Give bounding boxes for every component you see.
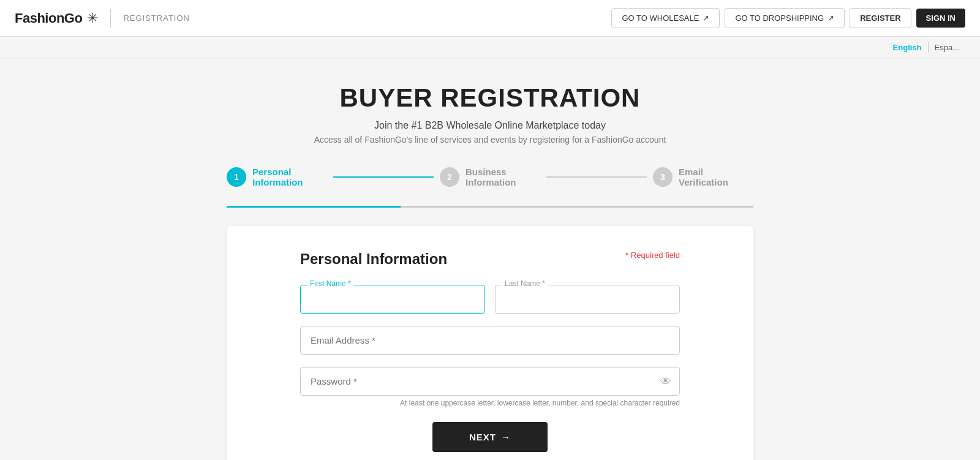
step-2-circle: 2	[440, 167, 459, 187]
header-nav: GO TO WHOLESALE ↗ GO TO DROPSHIPPING ↗ R…	[611, 8, 965, 28]
header-registration-label: REGISTRATION	[123, 13, 190, 23]
steps-wrapper: 1 Personal Information 2 Business Inform…	[227, 167, 753, 208]
required-text: Required field	[631, 251, 680, 260]
last-name-label: Last Name *	[502, 279, 548, 288]
step-1-circle: 1	[227, 167, 246, 187]
next-label: NEXT	[469, 432, 496, 442]
password-wrapper: 👁	[300, 367, 680, 396]
logo-text: FashionGo	[15, 10, 82, 26]
form-header: Personal Information * Required field	[300, 251, 680, 268]
form-title: Personal Information	[300, 251, 447, 268]
step-1-number: 1	[234, 172, 239, 182]
first-name-field: First Name *	[300, 285, 485, 314]
hero-title: BUYER REGISTRATION	[227, 83, 753, 113]
step-2-label: Business Information	[466, 167, 540, 187]
required-asterisk: *	[625, 251, 631, 260]
sign-in-button[interactable]: SIGN IN	[916, 9, 965, 28]
last-name-input[interactable]	[495, 285, 680, 314]
logo[interactable]: FashionGo ✳	[15, 10, 98, 26]
first-name-label: First Name *	[307, 279, 353, 288]
main-content: BUYER REGISTRATION Join the #1 B2B Whole…	[214, 59, 766, 460]
sign-in-label: SIGN IN	[926, 13, 956, 23]
register-label: REGISTER	[860, 13, 900, 23]
email-input[interactable]	[300, 326, 680, 355]
form-card: Personal Information * Required field Fi…	[227, 226, 753, 460]
password-toggle-icon[interactable]: 👁	[660, 375, 671, 388]
language-spanish[interactable]: Espa...	[929, 42, 965, 53]
go-dropshipping-label: GO TO DROPSHIPPING	[735, 13, 824, 23]
next-button[interactable]: NEXT →	[432, 422, 548, 452]
email-field	[300, 326, 680, 355]
name-row: First Name * Last Name *	[300, 285, 680, 314]
next-button-wrapper: NEXT →	[300, 422, 680, 452]
step-email-verification: 3 Email Verification	[653, 167, 753, 187]
language-english[interactable]: English	[887, 42, 929, 53]
password-input[interactable]	[300, 367, 680, 396]
header-divider	[110, 9, 111, 28]
step-3-circle: 3	[653, 167, 673, 187]
external-link-icon-2: ↗	[827, 13, 834, 23]
password-field: 👁 At least one uppercase letter, lowerca…	[300, 367, 680, 407]
first-name-input[interactable]	[300, 285, 485, 314]
password-row: 👁 At least one uppercase letter, lowerca…	[300, 367, 680, 407]
go-dropshipping-button[interactable]: GO TO DROPSHIPPING ↗	[725, 8, 845, 28]
step-1-label: Personal Information	[252, 167, 327, 187]
go-wholesale-button[interactable]: GO TO WHOLESALE ↗	[611, 8, 720, 28]
required-note: * Required field	[625, 251, 680, 260]
step-3-label: Email Verification	[679, 167, 753, 187]
step-connector-1	[333, 176, 434, 178]
step-2-number: 2	[447, 172, 452, 182]
hero-section: BUYER REGISTRATION Join the #1 B2B Whole…	[227, 83, 753, 145]
registration-steps: 1 Personal Information 2 Business Inform…	[227, 167, 753, 187]
step-personal-information: 1 Personal Information	[227, 167, 327, 187]
external-link-icon: ↗	[703, 13, 709, 23]
hero-description: Access all of FashionGo's line of servic…	[227, 135, 753, 145]
step-connector-2	[546, 176, 647, 178]
steps-underline	[227, 206, 753, 208]
hero-subtitle: Join the #1 B2B Wholesale Online Marketp…	[227, 120, 753, 131]
step-business-information: 2 Business Information	[440, 167, 540, 187]
go-wholesale-label: GO TO WHOLESALE	[622, 13, 699, 23]
pinwheel-icon: ✳	[87, 10, 98, 26]
password-hint: At least one uppercase letter, lowercase…	[300, 399, 680, 407]
arrow-right-icon: →	[501, 432, 511, 442]
register-button[interactable]: REGISTER	[850, 8, 911, 28]
header: FashionGo ✳ REGISTRATION GO TO WHOLESALE…	[0, 0, 980, 37]
step-3-number: 3	[660, 172, 665, 182]
last-name-field: Last Name *	[495, 285, 680, 314]
language-bar: English Espa...	[0, 37, 980, 59]
email-row	[300, 326, 680, 355]
